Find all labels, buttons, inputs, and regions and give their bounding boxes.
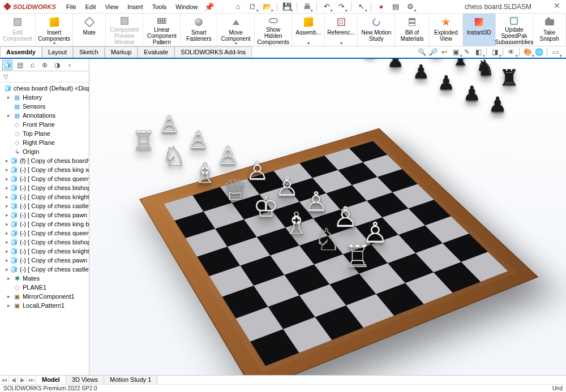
tree-twisty-icon[interactable]: ▸ — [6, 176, 8, 182]
dynamic-mirror-icon[interactable]: ✎ — [462, 47, 472, 57]
tree-twisty-icon[interactable]: ▸ — [6, 248, 8, 254]
tree-item[interactable]: ▸🧊(-) [ Copy of chess bishop b — [1, 238, 89, 247]
tree-item[interactable]: ◇Front Plane — [1, 120, 89, 129]
ft-tab-propertymanager-icon[interactable]: ▤ — [15, 60, 25, 70]
tree-item[interactable]: ▸▦History — [1, 93, 89, 102]
tree-twisty-icon[interactable]: ▸ — [6, 167, 8, 173]
qat-redo-icon[interactable]: ↷ — [335, 1, 348, 12]
rib-linear-component-pattern[interactable]: Linear Component Pattern — [143, 14, 181, 46]
qat-save-icon[interactable]: 💾 — [280, 1, 294, 12]
tree-twisty-icon[interactable]: ▸ — [6, 113, 11, 118]
qat-print-icon[interactable]: 🖶 — [300, 1, 314, 12]
section-view-icon[interactable]: ▣ — [451, 47, 461, 57]
tab-nav-first-icon[interactable]: ⏮ — [0, 376, 9, 384]
tab-nav-prev-icon[interactable]: ◀ — [9, 376, 18, 384]
menu-edit[interactable]: Edit — [81, 2, 101, 12]
tree-item[interactable]: ▸▣MirrorComponent1 — [1, 292, 89, 301]
tab-assembly[interactable]: Assembly — [0, 46, 42, 58]
tree-item[interactable]: ▸🧊(-) [ Copy of chess king bla — [1, 219, 89, 229]
qat-select-icon[interactable]: ↖ — [354, 1, 368, 12]
tree-twisty-icon[interactable]: ▸ — [6, 194, 8, 200]
ft-tab-display-icon[interactable]: ◑ — [52, 60, 62, 70]
display-style-icon[interactable]: ◨ — [490, 47, 500, 57]
tree-item[interactable]: ◇Top Plane — [1, 129, 89, 138]
qat-settings-icon[interactable]: ⚙ — [404, 1, 417, 12]
tree-item[interactable]: ▸✱Mates — [1, 274, 89, 283]
zoom-area-icon[interactable]: 🔎 — [428, 47, 438, 57]
menu-window[interactable]: Window — [171, 2, 202, 12]
rib-insert-components[interactable]: Insert Components — [36, 14, 73, 46]
tree-twisty-icon[interactable]: ▸ — [6, 294, 11, 299]
zoom-fit-icon[interactable]: 🔍 — [417, 47, 427, 57]
tree-item[interactable]: ▸🧊(f) [ Copy of chess board^c — [1, 156, 89, 165]
tab-nav-next-icon[interactable]: ▶ — [18, 376, 27, 384]
tree-item[interactable]: ▸🧊(-) [ Copy of chess pawn bl — [1, 256, 89, 265]
rib-assembly-features[interactable]: Assemb... — [292, 14, 325, 46]
tree-twisty-icon[interactable]: ▸ — [6, 185, 8, 191]
bottom-tab-motionstudy[interactable]: Motion Study 1 — [104, 376, 157, 384]
tree-twisty-icon[interactable]: ▸ — [6, 275, 11, 281]
qat-rebuild-icon[interactable]: ● — [374, 1, 388, 12]
tree-item[interactable]: ▸🧊(-) [ Copy of chess queen b — [1, 229, 89, 238]
tree-item[interactable]: ◇Right Plane — [1, 138, 89, 147]
feature-filter[interactable]: ▽ — [0, 71, 89, 83]
tab-evaluate[interactable]: Evaluate — [138, 46, 174, 58]
rib-instant3d[interactable]: Instant3D — [463, 14, 496, 46]
tree-item[interactable]: ▸🧊(-) [ Copy of chess pawn wh — [1, 210, 89, 219]
rib-show-hidden-components[interactable]: Show Hidden Components — [255, 14, 292, 46]
qat-new-icon[interactable]: 🗋 — [246, 1, 259, 12]
scene-icon[interactable]: 🌐 — [534, 47, 544, 57]
tab-markup[interactable]: Markup — [105, 46, 138, 58]
rib-smart-fasteners[interactable]: Smart Fasteners — [181, 14, 217, 46]
appearance-icon[interactable]: 🎨 — [522, 47, 533, 57]
pin-icon[interactable]: 📌 — [204, 2, 214, 11]
tree-twisty-icon[interactable]: ▸ — [6, 94, 11, 100]
hide-show-icon[interactable]: 👁 — [506, 47, 516, 57]
rib-reference-geometry[interactable]: Referenc... — [325, 14, 358, 46]
rib-bill-of-materials[interactable]: Bill of Materials — [395, 14, 429, 46]
tree-root[interactable]: 🧊 chess board (Default) <Display — [1, 84, 89, 93]
graphics-viewport[interactable]: ♜♞♝♛♚♝♞♜♟♟♟♟♟♟♟♟♙♙♙♙♙♙♙♙♖♘♗♕♔♗♘♖ — [89, 59, 566, 375]
tree-twisty-icon[interactable]: ▸ — [6, 221, 8, 227]
bottom-tab-model[interactable]: Model — [36, 376, 66, 384]
rib-take-snapshot[interactable]: Take Snapsh — [533, 14, 566, 46]
tree-item[interactable]: ▸▣LocalLPattern1 — [1, 301, 89, 310]
window-close-icon[interactable]: ✕ — [551, 1, 563, 11]
tree-item[interactable]: ▸🧊(-) [ Copy of chess castle w — [1, 201, 89, 210]
tab-nav-last-icon[interactable]: ⏭ — [27, 376, 36, 384]
ft-tab-configmanager-icon[interactable]: ⎌ — [27, 60, 37, 70]
menu-tools[interactable]: Tools — [148, 2, 171, 12]
tree-item[interactable]: ▸▦Annotations — [1, 111, 89, 120]
tree-item[interactable]: ▦Sensors — [1, 102, 89, 111]
tree-item[interactable]: ↳Origin — [1, 147, 89, 156]
tree-item[interactable]: ▸🧊(-) [ Copy of chess knight b — [1, 247, 89, 256]
rib-mate[interactable]: Mate — [73, 14, 106, 46]
tab-addins[interactable]: SOLIDWORKS Add-Ins — [174, 46, 252, 58]
rib-new-motion-study[interactable]: New Motion Study — [358, 14, 395, 46]
rib-exploded-view[interactable]: Exploded View — [430, 14, 463, 46]
ft-tab-dimxpert-icon[interactable]: ⊕ — [40, 60, 50, 70]
ft-tab-more-icon[interactable]: › — [65, 60, 75, 70]
ft-tab-featuremanager-icon[interactable]: 🧊 — [2, 60, 12, 70]
tree-item[interactable]: ◇PLANE1 — [1, 283, 89, 292]
tree-item[interactable]: ▸🧊(-) [ Copy of chess king whi — [1, 165, 89, 174]
bottom-tab-3dviews[interactable]: 3D Views — [66, 376, 104, 384]
rib-update-speedpak[interactable]: Update SpeedPak Subassemblies — [496, 14, 533, 46]
tree-item[interactable]: ▸🧊(-) [ Copy of chess bishop v — [1, 183, 89, 192]
tree-twisty-icon[interactable]: ▸ — [6, 230, 8, 236]
view-orientation-icon[interactable]: ◧ — [473, 47, 483, 57]
tree-twisty-icon[interactable]: ▸ — [6, 266, 8, 272]
tab-sketch[interactable]: Sketch — [73, 46, 105, 58]
view-settings-icon[interactable]: ▭ — [550, 47, 560, 57]
tree-twisty-icon[interactable]: ▸ — [6, 212, 8, 218]
qat-undo-icon[interactable]: ↶ — [320, 1, 333, 12]
tree-twisty-icon[interactable]: ▸ — [6, 158, 8, 163]
qat-open-icon[interactable]: 📂 — [260, 1, 274, 12]
menu-view[interactable]: View — [100, 2, 123, 12]
menu-insert[interactable]: Insert — [123, 2, 148, 12]
previous-view-icon[interactable]: ↩ — [439, 47, 449, 57]
menu-file[interactable]: File — [62, 2, 81, 12]
tab-layout[interactable]: Layout — [42, 46, 73, 58]
tree-twisty-icon[interactable]: ▸ — [6, 303, 11, 308]
tree-item[interactable]: ▸🧊(-) [ Copy of chess castle bl — [1, 265, 89, 274]
